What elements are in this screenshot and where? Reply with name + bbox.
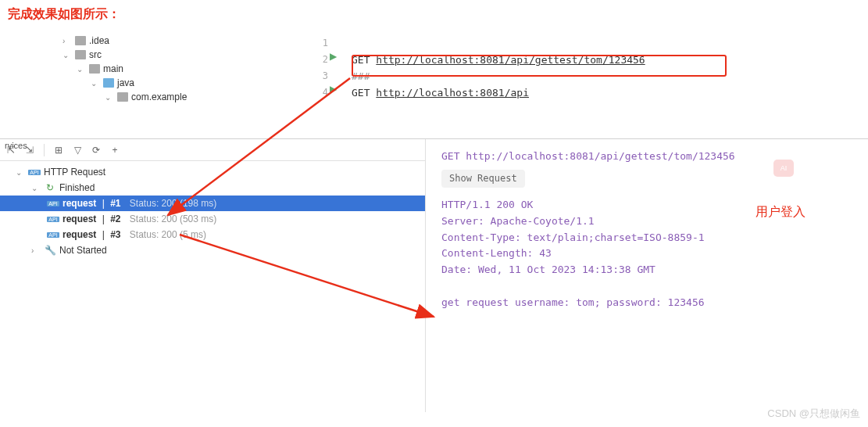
separator xyxy=(44,144,45,156)
tree-node-not-started[interactable]: › 🔧 Not Started xyxy=(0,242,425,258)
caption-text: 完成效果如图所示： xyxy=(0,0,868,29)
response-header: Content-Type: text/plain;charset=ISO-885… xyxy=(441,230,868,246)
add-button[interactable]: + xyxy=(109,144,121,156)
folder-icon xyxy=(75,50,86,59)
request-status: Status: 200 (198 ms) xyxy=(130,198,216,209)
api-icon: API xyxy=(47,198,59,209)
show-request-button[interactable]: Show Request xyxy=(441,170,525,188)
line-number: 4 xyxy=(305,84,328,101)
tree-node-java[interactable]: ⌄ java xyxy=(63,76,305,90)
chevron-down-icon: ⌄ xyxy=(77,65,86,74)
ai-badge-icon: AI xyxy=(773,160,794,177)
request-label: request xyxy=(63,198,96,209)
run-gutter-icon[interactable]: ▶ xyxy=(330,84,337,95)
tree-label: HTTP Request xyxy=(44,167,105,178)
annotation-user-login: 用户登入 xyxy=(755,202,805,222)
chevron-right-icon: › xyxy=(63,37,72,45)
line-number: 2 xyxy=(305,52,328,68)
line-number: 3 xyxy=(305,68,328,84)
line-number: 1 xyxy=(305,35,328,52)
request-item-1[interactable]: API request | #1 Status: 200 (198 ms) xyxy=(0,196,425,211)
tree-node-http-request[interactable]: ⌄ API HTTP Request xyxy=(0,164,425,180)
services-left-pane: ⇱ ⇲ ⊞ ▽ ⟳ + ⌄ API HTTP Request ⌄ ↻ Finis… xyxy=(0,139,426,412)
tree-node-main[interactable]: ⌄ main xyxy=(63,62,305,76)
request-number: #1 xyxy=(110,198,120,209)
response-body: get request username: tom; password: 123… xyxy=(441,295,868,311)
http-method: GET xyxy=(352,87,370,99)
services-tab-label: rvices xyxy=(0,139,32,152)
api-icon: API xyxy=(28,167,41,178)
tree-label: .idea xyxy=(89,35,109,46)
services-toolbar: ⇱ ⇲ ⊞ ▽ ⟳ + xyxy=(0,139,425,161)
chevron-down-icon: ⌄ xyxy=(31,184,41,192)
response-pane: GET http://localhost:8081/api/gettest/to… xyxy=(426,139,868,412)
filter-button[interactable]: ▽ xyxy=(71,144,84,156)
tree-label: Finished xyxy=(59,182,95,193)
wrench-icon: 🔧 xyxy=(44,245,56,256)
response-header: Content-Length: 43 xyxy=(441,246,868,262)
folder-icon xyxy=(75,36,86,45)
chevron-down-icon: ⌄ xyxy=(63,51,72,59)
chevron-right-icon: › xyxy=(31,246,41,255)
request-status: Status: 200 (5 ms) xyxy=(130,229,206,240)
services-panel: ⇱ ⇲ ⊞ ▽ ⟳ + ⌄ API HTTP Request ⌄ ↻ Finis… xyxy=(0,138,868,412)
annotation-red-box xyxy=(352,55,727,77)
folder-icon xyxy=(89,64,100,74)
folder-icon xyxy=(117,92,128,102)
tree-node-finished[interactable]: ⌄ ↻ Finished xyxy=(0,180,425,196)
request-url[interactable]: http://localhost:8081/api xyxy=(376,87,529,99)
folder-icon xyxy=(103,78,114,88)
request-tree: ⌄ API HTTP Request ⌄ ↻ Finished API requ… xyxy=(0,161,425,412)
tree-label: java xyxy=(117,77,134,88)
chevron-down-icon: ⌄ xyxy=(105,93,114,102)
grid-button[interactable]: ⊞ xyxy=(52,144,65,156)
chevron-down-icon: ⌄ xyxy=(16,168,25,177)
tree-node-idea[interactable]: › .idea xyxy=(63,34,305,48)
request-item-3[interactable]: API request | #3 Status: 200 (5 ms) xyxy=(0,227,425,242)
request-number: #2 xyxy=(110,214,120,224)
editor[interactable]: 1 2 3 4 ▶ ▶ GET http://localhost:8081/ap… xyxy=(305,29,868,138)
request-item-2[interactable]: API request | #2 Status: 200 (503 ms) xyxy=(0,211,425,227)
api-icon: API xyxy=(47,229,59,240)
tree-label: src xyxy=(89,49,102,60)
refresh-button[interactable]: ⟳ xyxy=(90,144,102,156)
gutter: 1 2 3 4 xyxy=(305,35,328,101)
tree-node-src[interactable]: ⌄ src xyxy=(63,48,305,62)
project-tree: › .idea ⌄ src ⌄ main ⌄ java ⌄ com.exampl… xyxy=(0,29,305,138)
response-header: Date: Wed, 11 Oct 2023 14:13:38 GMT xyxy=(441,262,868,278)
run-gutter-icon[interactable]: ▶ xyxy=(330,51,337,62)
request-label: request xyxy=(63,214,96,224)
tree-label: Not Started xyxy=(59,245,107,256)
tree-label: main xyxy=(103,63,123,74)
request-status: Status: 200 (503 ms) xyxy=(130,214,216,224)
api-icon: API xyxy=(47,214,59,224)
tree-label: com.example xyxy=(131,92,187,102)
watermark: CSDN @只想做闲鱼 xyxy=(767,407,860,421)
chevron-down-icon: ⌄ xyxy=(91,79,100,88)
response-request-line: GET http://localhost:8081/api/gettest/to… xyxy=(441,149,868,165)
finished-icon: ↻ xyxy=(44,182,56,193)
request-label: request xyxy=(63,229,96,240)
request-number: #3 xyxy=(110,229,120,240)
tree-node-package[interactable]: ⌄ com.example xyxy=(63,90,305,104)
